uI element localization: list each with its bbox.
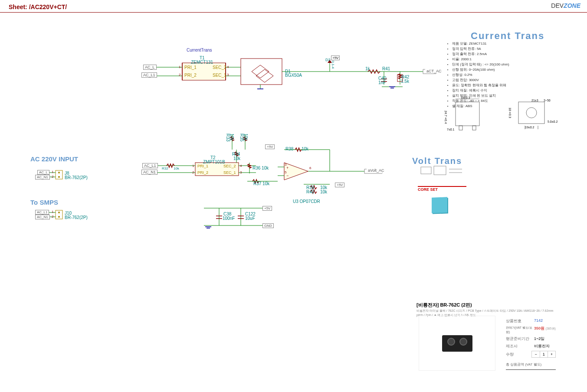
ac-input-heading: AC 220V INPUT — [30, 155, 78, 163]
qty-stepper[interactable]: − 1 + — [531, 351, 556, 358]
logo-dev: DEV — [551, 2, 564, 9]
c40-val: 1nF — [378, 80, 386, 85]
dim-6: 5.0±0.2 — [548, 120, 557, 123]
total-label: 총 상품금액 (VAT 별도) — [506, 362, 556, 367]
v5-1: +5V — [331, 56, 340, 60]
devzone-logo: DEVZONE — [551, 2, 580, 9]
t2-pin2: 2 — [192, 170, 194, 174]
dim-4: 21±3 — [531, 99, 538, 102]
svg-point-69 — [526, 108, 537, 118]
code-value: 7142 — [534, 318, 543, 324]
price-inc: (385원) — [546, 327, 556, 330]
v5-3: +5V — [335, 183, 344, 187]
net-acl1-2: AC_L1 — [142, 163, 158, 168]
qty-value: 1 — [540, 351, 548, 357]
code-label: 상품번호 — [506, 318, 534, 324]
j10-pin1: 1 — [52, 210, 53, 214]
t2-pri1: PRI_1 — [197, 164, 208, 168]
t1-sec2: SEC_2 — [213, 65, 226, 70]
ct-spec-item: 장치 재질: 에폭시 수지 — [452, 88, 525, 93]
maker-value: 비룡전자 — [534, 343, 550, 349]
svg-point-56 — [58, 176, 60, 178]
price-label: 판매가(VAT 별도/포함) — [506, 326, 534, 334]
logo-zone: ZONE — [564, 2, 580, 9]
j10-part: BR-762(2P) — [65, 215, 88, 220]
volt-trans-heading: Volt Trans — [412, 156, 462, 166]
to-smps-heading: To SMPS — [30, 199, 58, 206]
svg-rect-54 — [56, 170, 62, 179]
j8-acl: AC_L — [37, 170, 49, 175]
t1-sec1: SEC_1 — [213, 73, 226, 78]
j10-acl1: AC_L1 — [35, 210, 49, 215]
dim-5: 3~50 — [544, 99, 551, 102]
j8-part: BR-762(2P) — [65, 175, 88, 180]
current-trans-heading: Current Trans — [471, 30, 544, 42]
u3-pin5: 5 — [285, 170, 286, 174]
ct-spec-item: 선형성: 0.2% — [452, 72, 525, 78]
r40-val: 10k — [320, 189, 327, 194]
qty-label: 수량 — [506, 352, 531, 357]
r41-val: 1k — [365, 66, 370, 71]
v5-2: +5V — [265, 144, 275, 149]
dim-3: 7±0.1 — [447, 128, 454, 131]
j8-pin1: 1 — [52, 170, 53, 174]
ct-spec-item: 단계 (정격 입력 때) : <= 20(100 ohm) — [452, 62, 525, 67]
svg-point-61 — [58, 216, 60, 218]
qty-plus[interactable]: + — [548, 351, 555, 357]
t2-sec1: SEC_1 — [223, 170, 236, 175]
r40-ref: R40 — [306, 189, 314, 194]
c122-val: 10uF — [245, 216, 255, 221]
r41-ref: R41 — [382, 66, 390, 71]
r35-val: 10k — [243, 134, 248, 140]
maker-label: 제조사 — [506, 343, 534, 349]
product-title: [비룡전자] BR-762C (2핀) — [416, 302, 472, 308]
d1-part: BGX50A — [285, 73, 302, 78]
j8-acn1: AC_N1 — [35, 175, 50, 180]
dim-2: 24.7±0.4 — [444, 111, 447, 124]
svg-text:+: + — [286, 166, 289, 170]
svg-point-60 — [58, 212, 60, 213]
product-info: 상품번호 7142 판매가(VAT 별도/포함) 350원 (385원) 평균준… — [503, 316, 558, 372]
u3-pin6: 6 — [309, 166, 311, 170]
title-underline — [0, 12, 587, 13]
lead-value: 1~2일 — [534, 336, 544, 342]
gnd-1: GND — [262, 223, 274, 228]
r38-ref: R38 — [285, 147, 293, 151]
j10-pin2: 2 — [52, 215, 53, 219]
dim-8: 19±0.2 — [525, 126, 534, 129]
u3-label: U3 OP07CDR — [293, 199, 320, 204]
t2-pri2: PRI_2 — [197, 170, 208, 175]
t2-pin4: 4 — [240, 164, 242, 168]
d2-val: 0.1-4 — [331, 61, 335, 69]
svg-point-55 — [58, 172, 60, 173]
t1-pin1: 1 — [179, 65, 180, 69]
ct-spec-item: 제품 모델: ZEMCT131 — [452, 41, 525, 46]
net-acl1: AC_L1 — [141, 72, 157, 78]
ct-spec-item: 셸 재질: ABS — [452, 104, 525, 109]
svg-rect-66 — [472, 126, 476, 130]
t1-pin2: 2 — [179, 73, 180, 77]
t1-pin4: 4 — [227, 65, 229, 69]
net-avolt: aVolt_AC — [367, 168, 386, 173]
ct-spec-item: 선형 범위: 0~20A(100 ohm) — [452, 67, 525, 72]
t1-pri1: PRI_1 — [184, 65, 197, 70]
lead-label: 평균준비기간 — [506, 336, 534, 342]
ct-spec-item: 용도: 정확한 현재와 힘 측정을 위해 — [452, 83, 525, 88]
r34-val: 10k — [233, 156, 240, 161]
svg-rect-7 — [241, 59, 282, 85]
t2-pin1: 1 — [192, 164, 194, 168]
ct-ref-label: CurrentTrans — [187, 48, 212, 52]
dim-7: 18±0.3 — [508, 108, 512, 118]
u3-pin3: 3 — [285, 163, 286, 167]
sheet-title: Sheet: /AC220V+CT/ — [9, 3, 67, 10]
t2-pin3: 3 — [240, 170, 242, 174]
svg-marker-8 — [252, 65, 269, 78]
r36: R36 10k — [253, 166, 269, 170]
v5-4: +5V — [262, 206, 272, 211]
product-image — [419, 316, 495, 371]
qty-minus[interactable]: − — [532, 351, 540, 357]
ct-spec-item: 정격 출력 전류: 2.5mA — [452, 52, 525, 57]
price-value: 350원 — [534, 326, 544, 330]
t1-pri2: PRI_2 — [184, 73, 197, 78]
vt-cube — [432, 197, 447, 213]
